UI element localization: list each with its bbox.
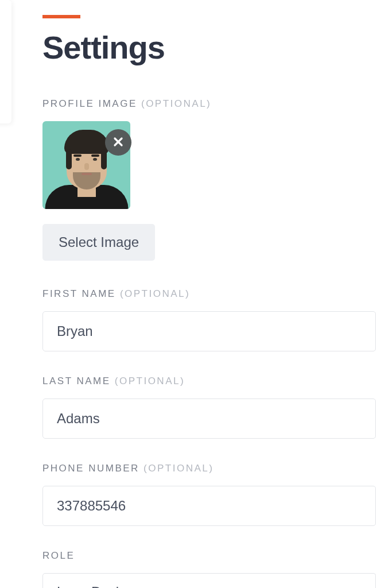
first-name-label-optional: (OPTIONAL) — [120, 288, 190, 299]
role-field: ROLE Logo Design — [42, 550, 376, 588]
phone-number-label-optional: (OPTIONAL) — [144, 463, 214, 474]
last-name-input[interactable] — [42, 399, 376, 439]
settings-container: Settings PROFILE IMAGE (OPTIONAL) — [0, 0, 376, 588]
phone-number-label: PHONE NUMBER (OPTIONAL) — [42, 463, 376, 474]
profile-image-field: PROFILE IMAGE (OPTIONAL) — [42, 98, 376, 288]
remove-image-button[interactable] — [105, 129, 131, 156]
profile-image-label: PROFILE IMAGE (OPTIONAL) — [42, 98, 376, 110]
profile-image-label-optional: (OPTIONAL) — [141, 98, 211, 109]
select-image-button[interactable]: Select Image — [42, 224, 155, 261]
page-title: Settings — [42, 29, 376, 66]
last-name-label-optional: (OPTIONAL) — [115, 376, 185, 386]
first-name-field: FIRST NAME (OPTIONAL) — [42, 288, 376, 351]
phone-number-field: PHONE NUMBER (OPTIONAL) — [42, 463, 376, 526]
role-label: ROLE — [42, 550, 376, 562]
last-name-label: LAST NAME (OPTIONAL) — [42, 376, 376, 387]
last-name-label-text: LAST NAME — [42, 376, 111, 386]
phone-number-input[interactable] — [42, 486, 376, 526]
role-input[interactable]: Logo Design — [42, 573, 376, 588]
profile-image-wrapper — [42, 121, 130, 209]
first-name-label: FIRST NAME (OPTIONAL) — [42, 288, 376, 300]
sidebar-edge — [0, 0, 11, 123]
close-icon — [113, 134, 123, 150]
phone-number-label-text: PHONE NUMBER — [42, 463, 139, 474]
first-name-label-text: FIRST NAME — [42, 288, 116, 299]
last-name-field: LAST NAME (OPTIONAL) — [42, 376, 376, 439]
accent-bar — [42, 15, 80, 18]
role-label-text: ROLE — [42, 550, 75, 561]
first-name-input[interactable] — [42, 311, 376, 351]
profile-image-label-text: PROFILE IMAGE — [42, 98, 137, 109]
